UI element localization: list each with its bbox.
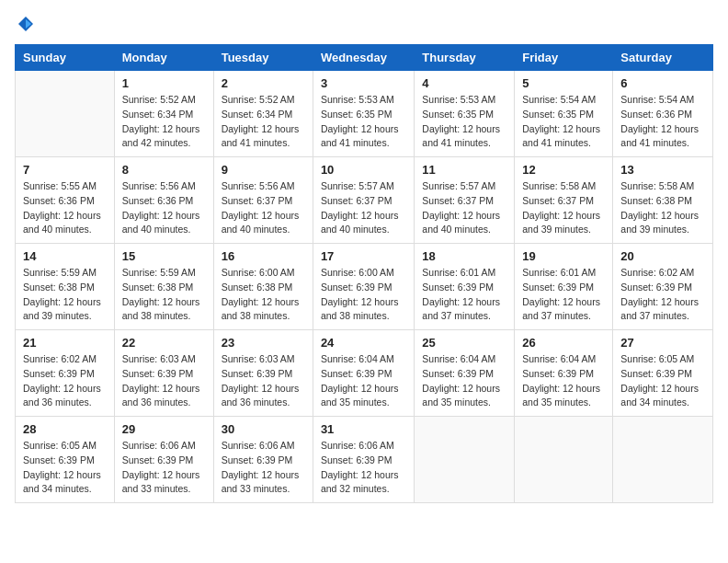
calendar-cell: 29Sunrise: 6:06 AMSunset: 6:39 PMDayligh… <box>114 417 213 503</box>
calendar-cell: 5Sunrise: 5:54 AMSunset: 6:35 PMDaylight… <box>515 71 613 157</box>
day-number: 30 <box>222 422 305 436</box>
week-row-3: 21Sunrise: 6:02 AMSunset: 6:39 PMDayligh… <box>16 330 713 417</box>
day-number: 17 <box>321 249 406 263</box>
day-info: Sunrise: 5:53 AMSunset: 6:35 PMDaylight:… <box>321 93 406 151</box>
day-number: 6 <box>620 76 705 90</box>
day-info: Sunrise: 5:56 AMSunset: 6:36 PMDaylight:… <box>122 179 206 237</box>
calendar-header-wednesday: Wednesday <box>313 45 414 71</box>
calendar-cell: 18Sunrise: 6:01 AMSunset: 6:39 PMDayligh… <box>415 244 515 330</box>
day-info: Sunrise: 6:05 AMSunset: 6:39 PMDaylight:… <box>23 439 107 497</box>
day-number: 5 <box>522 76 605 90</box>
day-number: 29 <box>122 422 206 436</box>
calendar-cell <box>515 417 613 503</box>
day-number: 15 <box>122 249 206 263</box>
calendar-header-saturday: Saturday <box>613 45 713 71</box>
day-number: 26 <box>522 336 605 350</box>
calendar-header-friday: Friday <box>515 45 613 71</box>
day-number: 18 <box>422 249 506 263</box>
page-header <box>15 15 713 33</box>
day-number: 21 <box>23 336 107 350</box>
day-number: 7 <box>23 163 107 177</box>
week-row-1: 7Sunrise: 5:55 AMSunset: 6:36 PMDaylight… <box>16 157 713 244</box>
logo-icon <box>17 15 35 33</box>
calendar-cell: 11Sunrise: 5:57 AMSunset: 6:37 PMDayligh… <box>415 157 515 244</box>
day-info: Sunrise: 5:59 AMSunset: 6:38 PMDaylight:… <box>23 266 107 324</box>
calendar-cell: 6Sunrise: 5:54 AMSunset: 6:36 PMDaylight… <box>613 71 713 157</box>
calendar-cell: 10Sunrise: 5:57 AMSunset: 6:37 PMDayligh… <box>313 157 414 244</box>
week-row-2: 14Sunrise: 5:59 AMSunset: 6:38 PMDayligh… <box>16 244 713 330</box>
day-info: Sunrise: 5:59 AMSunset: 6:38 PMDaylight:… <box>122 266 206 324</box>
calendar-cell: 1Sunrise: 5:52 AMSunset: 6:34 PMDaylight… <box>114 71 213 157</box>
day-number: 13 <box>620 163 705 177</box>
day-number: 8 <box>122 163 206 177</box>
day-info: Sunrise: 6:04 AMSunset: 6:39 PMDaylight:… <box>321 352 406 410</box>
calendar-cell: 14Sunrise: 5:59 AMSunset: 6:38 PMDayligh… <box>16 244 115 330</box>
day-info: Sunrise: 5:55 AMSunset: 6:36 PMDaylight:… <box>23 179 107 237</box>
day-number: 11 <box>422 163 506 177</box>
day-number: 25 <box>422 336 506 350</box>
calendar-cell: 4Sunrise: 5:53 AMSunset: 6:35 PMDaylight… <box>415 71 515 157</box>
day-info: Sunrise: 6:05 AMSunset: 6:39 PMDaylight:… <box>620 352 705 410</box>
calendar-cell: 3Sunrise: 5:53 AMSunset: 6:35 PMDaylight… <box>313 71 414 157</box>
day-info: Sunrise: 5:52 AMSunset: 6:34 PMDaylight:… <box>122 93 206 151</box>
day-info: Sunrise: 6:03 AMSunset: 6:39 PMDaylight:… <box>222 352 305 410</box>
day-info: Sunrise: 5:57 AMSunset: 6:37 PMDaylight:… <box>321 179 406 237</box>
day-number: 12 <box>522 163 605 177</box>
day-number: 22 <box>122 336 206 350</box>
day-number: 20 <box>620 249 705 263</box>
day-info: Sunrise: 5:57 AMSunset: 6:37 PMDaylight:… <box>422 179 506 237</box>
day-info: Sunrise: 5:58 AMSunset: 6:38 PMDaylight:… <box>620 179 705 237</box>
day-info: Sunrise: 5:53 AMSunset: 6:35 PMDaylight:… <box>422 93 506 151</box>
day-info: Sunrise: 6:00 AMSunset: 6:38 PMDaylight:… <box>222 266 305 324</box>
calendar-cell: 8Sunrise: 5:56 AMSunset: 6:36 PMDaylight… <box>114 157 213 244</box>
day-number: 1 <box>122 76 206 90</box>
calendar-cell: 13Sunrise: 5:58 AMSunset: 6:38 PMDayligh… <box>613 157 713 244</box>
day-number: 9 <box>222 163 305 177</box>
day-number: 16 <box>222 249 305 263</box>
week-row-4: 28Sunrise: 6:05 AMSunset: 6:39 PMDayligh… <box>16 417 713 503</box>
calendar-cell: 12Sunrise: 5:58 AMSunset: 6:37 PMDayligh… <box>515 157 613 244</box>
day-info: Sunrise: 6:03 AMSunset: 6:39 PMDaylight:… <box>122 352 206 410</box>
calendar-cell: 31Sunrise: 6:06 AMSunset: 6:39 PMDayligh… <box>313 417 414 503</box>
day-number: 3 <box>321 76 406 90</box>
day-number: 31 <box>321 422 406 436</box>
calendar-header-row: SundayMondayTuesdayWednesdayThursdayFrid… <box>16 45 713 71</box>
calendar-cell: 22Sunrise: 6:03 AMSunset: 6:39 PMDayligh… <box>114 330 213 417</box>
calendar-cell: 21Sunrise: 6:02 AMSunset: 6:39 PMDayligh… <box>16 330 115 417</box>
calendar-cell: 7Sunrise: 5:55 AMSunset: 6:36 PMDaylight… <box>16 157 115 244</box>
day-info: Sunrise: 6:01 AMSunset: 6:39 PMDaylight:… <box>422 266 506 324</box>
calendar-cell <box>16 71 115 157</box>
calendar-cell <box>613 417 713 503</box>
calendar-cell: 26Sunrise: 6:04 AMSunset: 6:39 PMDayligh… <box>515 330 613 417</box>
day-info: Sunrise: 5:52 AMSunset: 6:34 PMDaylight:… <box>222 93 305 151</box>
calendar-cell <box>415 417 515 503</box>
day-info: Sunrise: 5:56 AMSunset: 6:37 PMDaylight:… <box>222 179 305 237</box>
calendar-cell: 17Sunrise: 6:00 AMSunset: 6:39 PMDayligh… <box>313 244 414 330</box>
week-row-0: 1Sunrise: 5:52 AMSunset: 6:34 PMDaylight… <box>16 71 713 157</box>
calendar-cell: 25Sunrise: 6:04 AMSunset: 6:39 PMDayligh… <box>415 330 515 417</box>
day-number: 10 <box>321 163 406 177</box>
calendar-cell: 20Sunrise: 6:02 AMSunset: 6:39 PMDayligh… <box>613 244 713 330</box>
day-info: Sunrise: 6:02 AMSunset: 6:39 PMDaylight:… <box>620 266 705 324</box>
calendar-cell: 24Sunrise: 6:04 AMSunset: 6:39 PMDayligh… <box>313 330 414 417</box>
calendar-cell: 28Sunrise: 6:05 AMSunset: 6:39 PMDayligh… <box>16 417 115 503</box>
day-number: 24 <box>321 336 406 350</box>
day-info: Sunrise: 6:02 AMSunset: 6:39 PMDaylight:… <box>23 352 107 410</box>
day-number: 19 <box>522 249 605 263</box>
day-info: Sunrise: 6:01 AMSunset: 6:39 PMDaylight:… <box>522 266 605 324</box>
day-info: Sunrise: 6:06 AMSunset: 6:39 PMDaylight:… <box>321 439 406 497</box>
calendar-header-tuesday: Tuesday <box>213 45 313 71</box>
calendar-header-monday: Monday <box>114 45 213 71</box>
day-info: Sunrise: 6:00 AMSunset: 6:39 PMDaylight:… <box>321 266 406 324</box>
calendar-cell: 27Sunrise: 6:05 AMSunset: 6:39 PMDayligh… <box>613 330 713 417</box>
day-info: Sunrise: 6:06 AMSunset: 6:39 PMDaylight:… <box>222 439 305 497</box>
calendar-header-thursday: Thursday <box>415 45 515 71</box>
calendar-table: SundayMondayTuesdayWednesdayThursdayFrid… <box>15 44 713 503</box>
day-info: Sunrise: 6:04 AMSunset: 6:39 PMDaylight:… <box>522 352 605 410</box>
calendar-cell: 19Sunrise: 6:01 AMSunset: 6:39 PMDayligh… <box>515 244 613 330</box>
day-info: Sunrise: 5:54 AMSunset: 6:35 PMDaylight:… <box>522 93 605 151</box>
day-info: Sunrise: 5:58 AMSunset: 6:37 PMDaylight:… <box>522 179 605 237</box>
calendar-cell: 15Sunrise: 5:59 AMSunset: 6:38 PMDayligh… <box>114 244 213 330</box>
day-number: 28 <box>23 422 107 436</box>
calendar-header-sunday: Sunday <box>16 45 115 71</box>
